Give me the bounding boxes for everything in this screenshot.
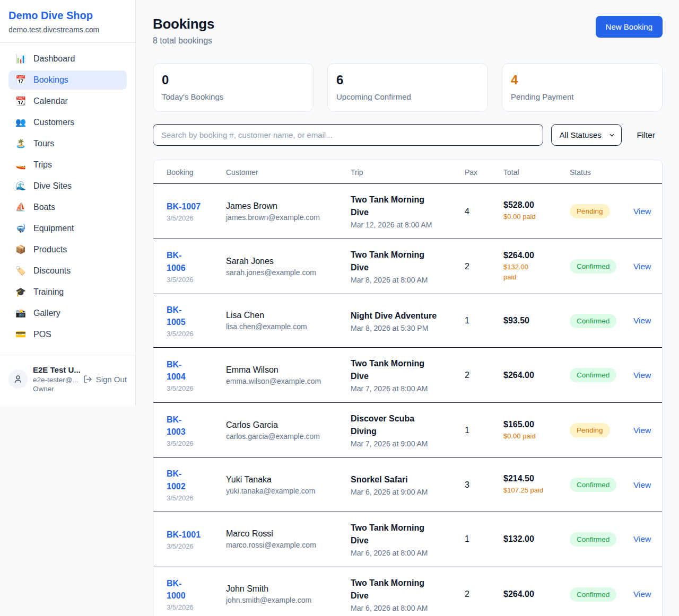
main-content: Bookings 8 total bookings New Booking 0 … [136, 0, 679, 616]
view-link[interactable]: View [633, 262, 651, 271]
view-link[interactable]: View [633, 207, 651, 216]
sidebar-item-equipment[interactable]: 🤿 Equipment [8, 219, 127, 238]
booking-link[interactable]: BK- 1002 [167, 468, 186, 492]
trip-datetime: Mar 7, 2026 at 8:00 AM [351, 384, 452, 393]
customer-email: john.smith@example.com [226, 596, 338, 604]
trips-icon: 🚤 [15, 161, 26, 169]
sidebar-item-bookings[interactable]: 📅 Bookings [8, 71, 127, 90]
bookings-table-card: Booking Customer Trip Pax Total Status B… [153, 160, 663, 616]
total-amount: $165.00 [503, 420, 557, 429]
booking-date: 3/5/2026 [167, 603, 213, 611]
table-row: BK- 1000 3/5/2026 John Smith john.smith@… [153, 567, 662, 616]
filter-button[interactable]: Filter [630, 130, 663, 140]
booking-date: 3/5/2026 [167, 276, 213, 284]
booking-link[interactable]: BK- 1005 [167, 304, 186, 328]
customer-email: lisa.chen@example.com [226, 322, 338, 331]
sidebar-item-trips[interactable]: 🚤 Trips [8, 155, 127, 174]
view-link[interactable]: View [633, 534, 651, 543]
page-title-block: Bookings 8 total bookings [153, 16, 214, 46]
sidebar-item-boats[interactable]: ⛵ Boats [8, 198, 127, 217]
booking-link[interactable]: BK- 1003 [167, 413, 186, 438]
sign-out-button[interactable]: Sign Out [83, 375, 127, 384]
pax-count: 2 [465, 371, 469, 380]
total-amount: $93.50 [503, 316, 557, 325]
trip-name: Two Tank Morning Dive [351, 577, 452, 602]
customer-email: carlos.garcia@example.com [226, 432, 338, 441]
sidebar-item-training[interactable]: 🎓 Training [8, 283, 127, 302]
customer-name: James Brown [226, 201, 338, 211]
sidebar-item-label: Dive Sites [33, 181, 72, 191]
total-amount: $264.00 [503, 589, 557, 599]
column-header-total: Total [497, 160, 563, 184]
sidebar-item-label: Discounts [33, 266, 71, 276]
table-row: BK- 1005 3/5/2026 Lisa Chen lisa.chen@ex… [153, 294, 662, 348]
trip-datetime: Mar 8, 2026 at 5:30 PM [351, 324, 452, 332]
gallery-icon: 📸 [15, 309, 26, 318]
view-link[interactable]: View [633, 480, 651, 489]
column-header-booking: Booking [153, 160, 220, 184]
trip-name: Two Tank Morning Dive [351, 522, 452, 547]
sidebar-item-calendar[interactable]: 📆 Calendar [8, 92, 127, 111]
view-link[interactable]: View [633, 426, 651, 435]
user-info: E2E Test U... e2e-tester@... Owner [33, 365, 78, 394]
stat-label: Today's Bookings [162, 92, 304, 101]
sidebar-item-gallery[interactable]: 📸 Gallery [8, 304, 127, 323]
search-input[interactable] [153, 124, 543, 146]
booking-date: 3/5/2026 [167, 542, 213, 550]
sidebar-item-customers[interactable]: 👥 Customers [8, 113, 127, 132]
total-amount: $264.00 [503, 251, 557, 260]
table-body: BK-1007 3/5/2026 James Brown james.brown… [153, 184, 662, 616]
customer-email: marco.rossi@example.com [226, 541, 338, 549]
sidebar-item-discounts[interactable]: 🏷️ Discounts [8, 261, 127, 280]
sidebar-item-dive-sites[interactable]: 🌊 Dive Sites [8, 177, 127, 196]
sidebar-item-label: Tours [33, 139, 54, 148]
sidebar-item-dashboard[interactable]: 📊 Dashboard [8, 49, 127, 68]
stat-value: 6 [336, 73, 479, 87]
view-link[interactable]: View [633, 589, 651, 599]
sidebar-item-pos[interactable]: 💳 POS [8, 325, 127, 344]
sidebar-item-label: POS [33, 330, 51, 339]
brand-name: Demo Dive Shop [8, 10, 127, 22]
booking-date: 3/5/2026 [167, 384, 213, 392]
paid-amount: $0.00 paid [503, 212, 557, 222]
trip-name: Two Tank Morning Dive [351, 357, 452, 383]
view-link[interactable]: View [633, 371, 651, 380]
stat-card-upcoming-confirmed: 6 Upcoming Confirmed [327, 63, 488, 112]
view-link[interactable]: View [633, 316, 651, 325]
pax-count: 4 [465, 207, 469, 216]
sidebar-item-label: Calendar [33, 96, 68, 106]
new-booking-button[interactable]: New Booking [596, 16, 663, 38]
pos-icon: 💳 [15, 330, 26, 339]
booking-date: 3/5/2026 [167, 439, 213, 447]
booking-link[interactable]: BK- 1006 [167, 249, 186, 274]
sidebar-item-tours[interactable]: 🏝️ Tours [8, 134, 127, 153]
status-filter-select[interactable]: All Statuses [551, 124, 622, 146]
customer-email: emma.wilson@example.com [226, 377, 338, 385]
pax-count: 1 [465, 534, 469, 543]
customer-name: Yuki Tanaka [226, 475, 338, 485]
user-email: e2e-tester@... [33, 375, 78, 385]
total-amount: $132.00 [503, 534, 557, 544]
sidebar-user-footer: E2E Test U... e2e-tester@... Owner Sign … [0, 356, 135, 406]
booking-date: 3/5/2026 [167, 214, 213, 222]
status-badge: Confirmed [570, 587, 616, 602]
booking-link[interactable]: BK- 1000 [167, 577, 186, 602]
sidebar-item-products[interactable]: 📦 Products [8, 240, 127, 259]
booking-link[interactable]: BK-1007 [167, 200, 201, 213]
sidebar-item-label: Products [33, 245, 67, 254]
calendar-icon: 📆 [15, 97, 26, 105]
table-row: BK- 1004 3/5/2026 Emma Wilson emma.wilso… [153, 348, 662, 403]
trip-datetime: Mar 8, 2026 at 8:00 AM [351, 276, 452, 284]
booking-link[interactable]: BK-1001 [167, 529, 201, 541]
booking-date: 3/5/2026 [167, 330, 213, 338]
sign-out-label: Sign Out [96, 375, 127, 384]
paid-amount: $107.25 paid [503, 486, 557, 495]
sidebar: Demo Dive Shop demo.test.divestreams.com… [0, 0, 136, 406]
booking-link[interactable]: BK- 1004 [167, 358, 186, 383]
customer-name: Emma Wilson [226, 365, 338, 375]
user-name: E2E Test U... [33, 365, 78, 375]
app-layout: Demo Dive Shop demo.test.divestreams.com… [0, 0, 679, 616]
avatar [8, 369, 28, 389]
customer-name: Sarah Jones [226, 257, 338, 266]
pax-count: 2 [465, 589, 469, 599]
